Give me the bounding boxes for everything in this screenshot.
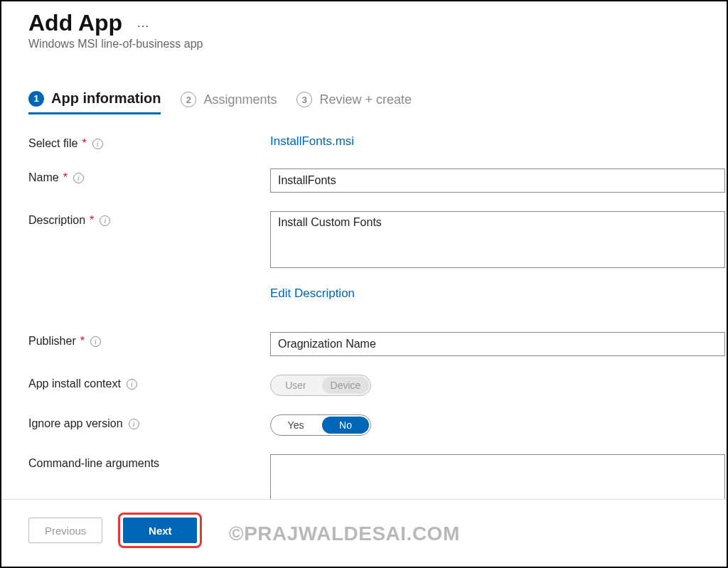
previous-button[interactable]: Previous	[28, 518, 102, 543]
row-ignore-version: Ignore app version i Yes No	[28, 414, 727, 436]
row-description: Description * i Install Custom Fonts Edi…	[28, 211, 727, 301]
label-description: Description	[28, 214, 85, 227]
required-indicator: *	[63, 171, 68, 184]
info-icon[interactable]: i	[127, 379, 137, 390]
toggle-option-yes[interactable]: Yes	[271, 415, 321, 435]
name-input[interactable]	[270, 168, 725, 193]
row-name: Name * i	[28, 168, 727, 193]
page-subtitle: Windows MSI line-of-business app	[28, 38, 727, 50]
info-icon[interactable]: i	[92, 139, 103, 149]
next-button-highlight: Next	[118, 513, 202, 548]
tab-review-create[interactable]: 3 Review + create	[296, 92, 412, 113]
row-select-file: Select file * i InstallFonts.msi	[28, 134, 727, 150]
toggle-option-no[interactable]: No	[322, 417, 369, 434]
step-number-icon: 1	[28, 91, 44, 107]
ignore-version-toggle[interactable]: Yes No	[270, 414, 371, 436]
title-bar: Add App …	[28, 10, 727, 36]
tab-app-information[interactable]: 1 App information	[28, 90, 161, 114]
label-cmdline: Command-line arguments	[28, 457, 159, 470]
step-number-icon: 3	[296, 92, 312, 107]
step-number-icon: 2	[181, 92, 196, 107]
info-icon[interactable]: i	[129, 419, 139, 429]
wizard-footer: Previous Next	[1, 499, 727, 567]
edit-description-link[interactable]: Edit Description	[270, 286, 355, 300]
tab-assignments[interactable]: 2 Assignments	[181, 92, 277, 113]
publisher-input[interactable]	[270, 332, 725, 356]
label-name: Name	[28, 171, 59, 184]
tab-label: App information	[51, 90, 161, 107]
page-title: Add App	[28, 10, 122, 36]
label-select-file: Select file	[28, 137, 77, 150]
tab-label: Review + create	[319, 92, 412, 107]
row-publisher: Publisher * i	[28, 332, 727, 356]
toggle-option-device: Device	[322, 377, 369, 394]
install-context-toggle: User Device	[270, 375, 371, 396]
label-install-context: App install context	[28, 377, 121, 390]
required-indicator: *	[82, 137, 86, 150]
label-publisher: Publisher	[28, 335, 76, 348]
row-install-context: App install context i User Device	[28, 375, 727, 396]
tab-label: Assignments	[203, 92, 277, 107]
next-button[interactable]: Next	[123, 518, 197, 543]
required-indicator: *	[80, 335, 85, 348]
form-area: Select file * i InstallFonts.msi Name * …	[28, 134, 727, 507]
toggle-option-user: User	[271, 375, 321, 395]
info-icon[interactable]: i	[90, 336, 101, 347]
required-indicator: *	[90, 214, 94, 227]
selected-file-link[interactable]: InstallFonts.msi	[270, 134, 354, 148]
info-icon[interactable]: i	[100, 215, 110, 226]
app-frame: Add App … Windows MSI line-of-business a…	[0, 0, 728, 568]
label-ignore-version: Ignore app version	[28, 417, 123, 430]
more-icon[interactable]: …	[136, 16, 151, 31]
wizard-tabs: 1 App information 2 Assignments 3 Review…	[28, 90, 727, 114]
description-input[interactable]: Install Custom Fonts	[270, 211, 725, 268]
info-icon[interactable]: i	[73, 173, 84, 183]
cmdline-input[interactable]	[270, 454, 725, 504]
